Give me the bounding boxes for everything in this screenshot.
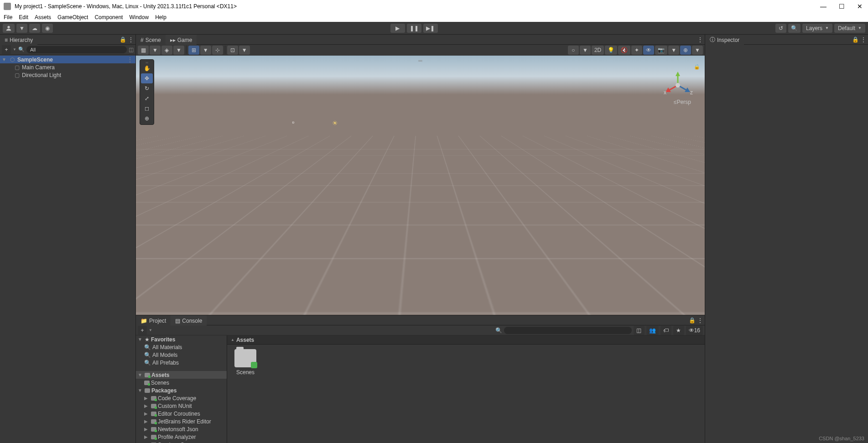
panel-lock-icon[interactable]: 🔒 — [120, 36, 126, 43]
package-editor-coroutines[interactable]: ▶Editor Coroutines — [136, 410, 227, 417]
menu-help[interactable]: Help — [155, 14, 166, 21]
inspector-tab[interactable]: ⓘ Inspector — [705, 35, 744, 45]
draw-mode-button[interactable]: ◈ — [161, 46, 172, 55]
menu-edit[interactable]: Edit — [19, 14, 28, 21]
asset-folder-scenes[interactable]: Scenes — [232, 349, 259, 376]
package-custom-nunit[interactable]: ▶Custom NUnit — [136, 402, 227, 410]
create-asset-button[interactable]: + — [138, 326, 147, 335]
favorite-models[interactable]: 🔍All Models — [136, 351, 227, 359]
snap-button[interactable]: ⊡ — [227, 46, 238, 55]
layout-dropdown[interactable]: Default — [834, 24, 865, 33]
favorite-materials[interactable]: 🔍All Materials — [136, 343, 227, 351]
camera-button[interactable]: 📷 — [655, 46, 667, 55]
undo-history-button[interactable]: ◉ — [42, 24, 53, 33]
hand-tool[interactable]: ✋ — [141, 63, 153, 73]
account-button[interactable] — [3, 24, 15, 33]
hidden-toggle[interactable]: 👁16 — [686, 326, 703, 335]
scale-tool[interactable]: ⤢ — [141, 93, 153, 103]
step-button[interactable]: ▶❚ — [423, 24, 438, 33]
favorite-button[interactable]: ★ — [673, 326, 684, 335]
panel-menu-icon[interactable]: ⋮ — [861, 36, 866, 43]
scene-root[interactable]: ▼ ⬡ SampleScene ⋮ — [0, 56, 135, 63]
scenes-folder[interactable]: Scenes — [136, 379, 227, 386]
snap-increment-button[interactable]: ⊹ — [212, 46, 223, 55]
hierarchy-search[interactable] — [26, 46, 127, 53]
shading-dropdown[interactable]: ▼ — [150, 46, 161, 55]
package-newtonsoft[interactable]: ▶Newtonsoft Json — [136, 425, 227, 433]
transform-tool[interactable]: ⊕ — [141, 113, 153, 124]
grid-dropdown[interactable]: ▼ — [200, 46, 211, 55]
orientation-dropdown[interactable]: ▼ — [580, 46, 591, 55]
save-search-button[interactable]: 🏷 — [660, 326, 671, 335]
create-button[interactable]: + — [2, 45, 11, 54]
gizmos-toggle[interactable]: ⊕ — [680, 46, 691, 55]
package-profile-analyzer[interactable]: ▶Profile Analyzer — [136, 433, 227, 441]
scene-tab[interactable]: # Scene — [136, 35, 166, 45]
orientation-button[interactable]: ○ — [568, 46, 579, 55]
panel-menu-icon[interactable]: ⋮ — [128, 36, 134, 43]
panel-menu-icon[interactable]: ⋮ — [697, 36, 703, 43]
rect-tool[interactable]: ◻ — [141, 103, 153, 113]
camera-dropdown[interactable]: ▼ — [668, 46, 679, 55]
panel-lock-icon[interactable]: 🔒 — [689, 317, 696, 324]
menu-component[interactable]: Component — [94, 14, 123, 21]
shading-mode-button[interactable]: ▦ — [138, 46, 149, 55]
hierarchy-item-camera[interactable]: ▢ Main Camera — [0, 63, 135, 71]
game-tab-icon: ▸▸ — [170, 37, 176, 43]
pause-button[interactable]: ❚❚ — [407, 24, 421, 33]
favorite-prefabs[interactable]: 🔍All Prefabs — [136, 359, 227, 366]
visibility-toggle[interactable]: 👁 — [643, 46, 654, 55]
maximize-button[interactable]: ☐ — [837, 2, 846, 11]
gizmos-dropdown[interactable]: ▼ — [692, 46, 703, 55]
lighting-toggle[interactable]: 💡 — [605, 46, 617, 55]
favorites-header[interactable]: ▼ ★ Favorites — [136, 335, 227, 343]
console-tab[interactable]: ▤ Console — [171, 315, 207, 325]
draw-mode-dropdown[interactable]: ▼ — [173, 46, 184, 55]
audio-toggle[interactable]: 🔇 — [618, 46, 630, 55]
search-by-label-button[interactable]: 👥 — [646, 326, 659, 335]
menu-gameobject[interactable]: GameObject — [57, 14, 88, 21]
panel-lock-icon[interactable]: 🔒 — [852, 36, 859, 43]
menu-window[interactable]: Window — [129, 14, 149, 21]
assets-folder[interactable]: ▼ Assets — [136, 371, 227, 379]
hierarchy-tab[interactable]: ≡ Hierarchy — [0, 35, 37, 45]
hierarchy-tree: ▼ ⬡ SampleScene ⋮ ▢ Main Camera ▢ Direct… — [0, 55, 135, 443]
package-code-coverage[interactable]: ▶Code Coverage — [136, 394, 227, 402]
snap-dropdown[interactable]: ▼ — [239, 46, 250, 55]
hierarchy-item-light[interactable]: ▢ Directional Light — [0, 71, 135, 79]
close-button[interactable]: ✕ — [855, 2, 864, 11]
light-scene-icon[interactable]: ☀ — [332, 119, 339, 127]
orientation-gizmo[interactable]: x z — [662, 69, 694, 101]
grid-snap-button[interactable]: ⊞ — [188, 46, 199, 55]
menu-file[interactable]: File — [4, 14, 12, 21]
cloud-button[interactable]: ☁ — [29, 24, 40, 33]
unity-scene-icon: ⬡ — [9, 57, 16, 63]
minimize-button[interactable]: — — [819, 2, 828, 11]
breadcrumb[interactable]: ▲ Assets — [227, 335, 705, 345]
game-tab[interactable]: ▸▸ Game — [166, 35, 197, 45]
search-by-type-button[interactable]: ◫ — [634, 326, 645, 335]
grid-overlay — [136, 136, 705, 315]
menu-assets[interactable]: Assets — [35, 14, 51, 21]
account-dropdown[interactable]: ▼ — [16, 24, 27, 33]
package-rider[interactable]: ▶JetBrains Rider Editor — [136, 417, 227, 425]
project-search[interactable] — [504, 327, 632, 334]
rotate-tool[interactable]: ↻ — [141, 83, 153, 93]
project-tab[interactable]: 📁 Project — [136, 315, 171, 325]
scene-viewport[interactable]: ═ ✋ ✥ ↻ ⤢ ◻ ⊕ — [136, 56, 705, 315]
package-services-core[interactable]: ▶Services Core — [136, 441, 227, 443]
camera-scene-icon[interactable]: ▫ — [292, 118, 299, 126]
2d-toggle[interactable]: 2D — [592, 46, 604, 55]
play-button[interactable]: ▶ — [390, 24, 405, 33]
project-panel: 📁 Project ▤ Console 🔒 ⋮ + ▼ 🔍 — [136, 315, 705, 443]
move-tool[interactable]: ✥ — [141, 73, 153, 83]
history-button[interactable]: ↺ — [775, 24, 786, 33]
panel-menu-icon[interactable]: ⋮ — [697, 317, 703, 324]
perspective-label[interactable]: ≤Persp — [674, 99, 691, 105]
layers-dropdown[interactable]: Layers — [802, 24, 832, 33]
fx-toggle[interactable]: ✦ — [631, 46, 642, 55]
hierarchy-panel: ≡ Hierarchy 🔒 ⋮ + ▼ 🔍 ◫ ▼ ⬡ SampleScene … — [0, 35, 136, 443]
global-search-button[interactable]: 🔍 — [788, 24, 800, 33]
packages-folder[interactable]: ▼ Packages — [136, 386, 227, 394]
search-filter-icon[interactable]: ◫ — [129, 46, 134, 53]
